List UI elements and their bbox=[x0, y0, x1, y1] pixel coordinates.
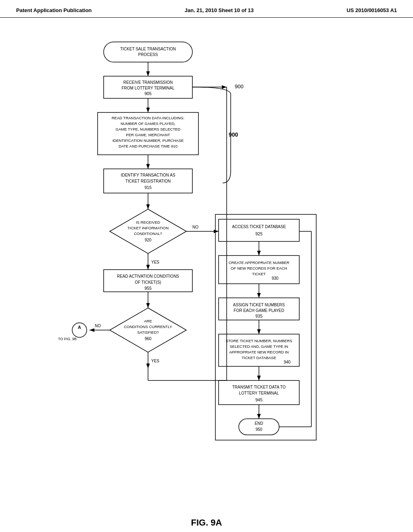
svg-text:CREATE APPROPRIATE NUMBER: CREATE APPROPRIATE NUMBER bbox=[229, 260, 290, 265]
svg-text:900: 900 bbox=[235, 83, 244, 89]
svg-text:DATE AND PURCHASE TIME  910: DATE AND PURCHASE TIME 910 bbox=[119, 144, 177, 148]
svg-text:950: 950 bbox=[256, 427, 263, 432]
svg-text:TICKET INFORMATION: TICKET INFORMATION bbox=[127, 226, 169, 230]
svg-text:SELECTED AND, GAME TYPE IN: SELECTED AND, GAME TYPE IN bbox=[229, 344, 288, 349]
figure-caption: FIG. 9A bbox=[0, 517, 413, 528]
svg-text:GAME TYPE, NUMBERS SELECTED: GAME TYPE, NUMBERS SELECTED bbox=[116, 127, 181, 131]
svg-text:TICKET DATABASE: TICKET DATABASE bbox=[242, 355, 276, 360]
svg-text:END: END bbox=[254, 421, 263, 426]
header-publication: Patent Application Publication bbox=[16, 7, 92, 13]
svg-text:TO FIG. 9B: TO FIG. 9B bbox=[58, 337, 77, 341]
svg-text:SATISFIED?: SATISFIED? bbox=[137, 330, 159, 335]
svg-text:960: 960 bbox=[145, 337, 152, 341]
diagram-area: TICKET SALE TRANSACTION PROCESS RECEIVE … bbox=[0, 18, 413, 532]
svg-text:935: 935 bbox=[255, 314, 263, 318]
svg-text:IDENTIFY TRANSACTION AS: IDENTIFY TRANSACTION AS bbox=[121, 173, 175, 177]
page-header: Patent Application Publication Jan. 21, … bbox=[0, 0, 413, 18]
svg-text:925: 925 bbox=[255, 231, 263, 236]
svg-text:TRANSMIT TICKET DATA TO: TRANSMIT TICKET DATA TO bbox=[232, 385, 286, 389]
svg-text:A: A bbox=[78, 325, 81, 330]
svg-text:940: 940 bbox=[284, 360, 291, 364]
svg-text:PER GAME, MERCHANT: PER GAME, MERCHANT bbox=[126, 133, 170, 137]
svg-text:930: 930 bbox=[272, 276, 279, 281]
svg-text:945: 945 bbox=[255, 397, 263, 402]
svg-text:LOTTERY TERMINAL: LOTTERY TERMINAL bbox=[239, 391, 279, 395]
svg-text:ACCESS TICKET DATABASE: ACCESS TICKET DATABASE bbox=[232, 224, 286, 229]
svg-text:STORE TICKET NUMBER, NUMBERS: STORE TICKET NUMBER, NUMBERS bbox=[225, 339, 292, 343]
svg-text:APPROPRIATE NEW RECORD IN: APPROPRIATE NEW RECORD IN bbox=[229, 350, 289, 354]
svg-rect-89 bbox=[215, 214, 316, 440]
svg-text:FOR EACH GAME PLAYED: FOR EACH GAME PLAYED bbox=[234, 308, 284, 313]
svg-text:955: 955 bbox=[144, 286, 152, 291]
svg-text:900: 900 bbox=[229, 131, 238, 138]
svg-text:NUMBER OF GAMES PLAYED,: NUMBER OF GAMES PLAYED, bbox=[121, 121, 175, 126]
svg-text:OF TICKET(S): OF TICKET(S) bbox=[135, 280, 161, 285]
svg-text:ASSIGN TICKET NUMBERS: ASSIGN TICKET NUMBERS bbox=[233, 303, 285, 307]
svg-text:READ ACTIVATION CONDITIONS: READ ACTIVATION CONDITIONS bbox=[117, 274, 179, 278]
svg-text:NO: NO bbox=[192, 225, 198, 229]
svg-text:905: 905 bbox=[144, 91, 152, 96]
svg-text:IS RECEIVED: IS RECEIVED bbox=[136, 220, 160, 224]
svg-text:YES: YES bbox=[151, 260, 159, 264]
svg-text:TICKET REGISTRATION: TICKET REGISTRATION bbox=[125, 179, 171, 183]
svg-text:CONDITIONAL?: CONDITIONAL? bbox=[134, 231, 162, 236]
svg-text:RECEIVE TRANSMISSION: RECEIVE TRANSMISSION bbox=[123, 80, 173, 85]
header-date: Jan. 21, 2010 Sheet 10 of 13 bbox=[185, 7, 254, 13]
svg-text:CONDITIONS CURRENTLY: CONDITIONS CURRENTLY bbox=[124, 324, 172, 329]
svg-rect-31 bbox=[219, 219, 299, 241]
header-patent: US 2010/0016053 A1 bbox=[346, 7, 397, 13]
svg-text:915: 915 bbox=[144, 185, 152, 190]
svg-text:READ TRANSACTION DATA INCLUDIN: READ TRANSACTION DATA INCLUDING: bbox=[112, 116, 185, 120]
svg-text:FROM LOTTERY TERMINAL: FROM LOTTERY TERMINAL bbox=[121, 86, 175, 90]
svg-text:ARE: ARE bbox=[144, 319, 152, 323]
svg-text:920: 920 bbox=[145, 238, 152, 242]
svg-text:IDENTIFICATION NUMBER, PURCHAS: IDENTIFICATION NUMBER, PURCHASE bbox=[113, 138, 184, 143]
svg-text:OF NEW RECORDS FOR EACH: OF NEW RECORDS FOR EACH bbox=[231, 266, 287, 270]
svg-text:YES: YES bbox=[151, 359, 159, 363]
svg-text:TICKET SALE TRANSACTION: TICKET SALE TRANSACTION bbox=[120, 47, 176, 51]
svg-rect-1 bbox=[104, 42, 192, 62]
svg-text:TICKET: TICKET bbox=[252, 272, 266, 276]
svg-text:PROCESS: PROCESS bbox=[138, 52, 158, 57]
svg-text:NO: NO bbox=[95, 324, 101, 328]
